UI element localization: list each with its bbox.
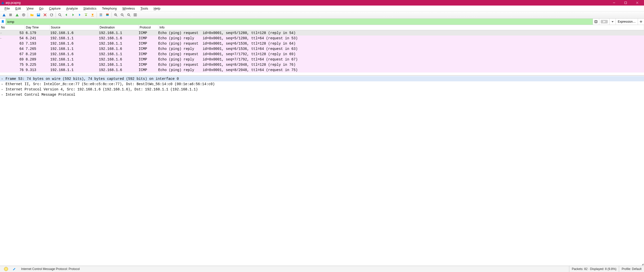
- svg-marker-18: [72, 14, 74, 16]
- svg-rect-29: [106, 15, 109, 16]
- table-row[interactable]: 698.289192.168.1.1192.168.1.6ICMPEcho (p…: [0, 57, 644, 62]
- close-file-button[interactable]: [42, 12, 48, 18]
- menubar: File Edit View Go Capture Analyze Statis…: [0, 6, 644, 11]
- detail-tree-item[interactable]: ▸Internet Protocol Version 4, Src: 192.1…: [0, 87, 644, 92]
- svg-rect-26: [100, 16, 102, 16]
- menu-capture[interactable]: Capture: [47, 6, 63, 11]
- svg-rect-2: [625, 2, 627, 4]
- menu-tools[interactable]: Tools: [138, 6, 150, 11]
- menu-edit[interactable]: Edit: [13, 6, 23, 11]
- zoom-out-button[interactable]: [119, 12, 125, 18]
- svg-marker-19: [79, 14, 80, 16]
- statusbar: Internet Control Message Protocol: Proto…: [0, 266, 644, 272]
- go-back-button[interactable]: [63, 12, 69, 18]
- clear-filter-button[interactable]: [593, 19, 599, 25]
- expert-circle-icon: [4, 267, 8, 271]
- table-row[interactable]: 637.193192.168.1.6192.168.1.1ICMPEcho (p…: [0, 41, 644, 46]
- display-filter-input[interactable]: [6, 19, 593, 25]
- column-header-info[interactable]: Info: [158, 25, 644, 30]
- svg-marker-20: [85, 14, 87, 16]
- svg-rect-42: [136, 14, 137, 16]
- svg-point-9: [23, 14, 24, 15]
- column-header-time[interactable]: Day Time: [25, 25, 50, 30]
- find-packet-button[interactable]: [57, 12, 63, 18]
- expand-twisty-icon[interactable]: ▸: [2, 93, 5, 96]
- expand-twisty-icon[interactable]: ▸: [2, 77, 5, 80]
- detail-tree-item[interactable]: ▸Ethernet II, Src: IntelCor_8c:ce:77 (5c…: [0, 81, 644, 87]
- column-header-protocol[interactable]: Protocol: [139, 25, 158, 30]
- svg-marker-22: [92, 14, 94, 16]
- recent-filters-dropdown[interactable]: [609, 19, 616, 25]
- svg-line-36: [123, 15, 124, 16]
- toolbar: 1: [0, 11, 644, 19]
- column-header-source[interactable]: Source: [50, 25, 99, 30]
- expert-info-button[interactable]: [0, 266, 12, 272]
- svg-rect-21: [85, 13, 87, 14]
- svg-marker-7: [16, 14, 19, 16]
- detail-tree-item[interactable]: ▸Internet Control Message Protocol: [0, 92, 644, 97]
- expression-button[interactable]: Expression…: [616, 19, 638, 25]
- save-file-button[interactable]: [35, 12, 42, 18]
- expand-twisty-icon[interactable]: ▸: [2, 88, 5, 91]
- table-row[interactable]: ←546.241192.168.1.1192.168.1.6ICMPEcho (…: [0, 36, 644, 41]
- menu-go[interactable]: Go: [36, 6, 46, 11]
- restart-capture-button[interactable]: [14, 12, 20, 18]
- app-icon: [1, 1, 5, 5]
- resize-grip-icon[interactable]: ◢: [642, 263, 643, 265]
- close-button[interactable]: [631, 0, 643, 6]
- table-row[interactable]: →536.179192.168.1.6192.168.1.1ICMPEcho (…: [0, 30, 644, 36]
- colorize-button[interactable]: [104, 12, 110, 18]
- svg-point-15: [59, 14, 61, 16]
- go-last-button[interactable]: [90, 12, 96, 18]
- svg-rect-24: [100, 14, 102, 14]
- menu-telephony[interactable]: Telephony: [99, 6, 119, 11]
- stop-capture-button[interactable]: [8, 12, 14, 18]
- status-packets[interactable]: Packets: 82 · Displayed: 8 (9.8%): [569, 266, 619, 272]
- packet-list-rows[interactable]: →536.179192.168.1.6192.168.1.1ICMPEcho (…: [0, 30, 644, 75]
- zoom-in-button[interactable]: [113, 12, 119, 18]
- packet-list-header[interactable]: No Day Time Source Destination Protocol …: [0, 25, 644, 30]
- add-filter-button[interactable]: [638, 19, 644, 25]
- status-profile[interactable]: Profile: Default: [619, 266, 644, 272]
- column-header-no[interactable]: No: [0, 25, 25, 30]
- capture-options-button[interactable]: [21, 12, 27, 18]
- svg-marker-0: [1, 2, 4, 4]
- apply-filter-button[interactable]: [599, 19, 609, 25]
- menu-view[interactable]: View: [24, 6, 36, 11]
- expand-twisty-icon[interactable]: ▸: [2, 83, 5, 86]
- titlebar: arp.pcapng: [0, 0, 644, 6]
- maximize-button[interactable]: [620, 0, 631, 6]
- status-hint: Internet Control Message Protocol: Proto…: [19, 266, 82, 272]
- filter-bookmark-button[interactable]: [0, 19, 6, 25]
- minimize-button[interactable]: [608, 0, 620, 6]
- reload-button[interactable]: [49, 12, 55, 18]
- go-to-packet-button[interactable]: [76, 12, 83, 18]
- table-row[interactable]: 678.210192.168.1.6192.168.1.1ICMPEcho (p…: [0, 51, 644, 57]
- svg-rect-28: [106, 14, 109, 15]
- detail-tree-item[interactable]: ▸Frame 53: 74 bytes on wire (592 bits), …: [0, 76, 644, 81]
- svg-marker-14: [52, 14, 53, 15]
- menu-file[interactable]: File: [2, 6, 12, 11]
- menu-analyze[interactable]: Analyze: [64, 6, 80, 11]
- packet-details-pane[interactable]: ▸Frame 53: 74 bytes on wire (592 bits), …: [0, 76, 644, 266]
- column-header-destination[interactable]: Destination: [99, 25, 139, 30]
- zoom-reset-button[interactable]: 1: [126, 12, 132, 18]
- table-row[interactable]: 647.265192.168.1.1192.168.1.6ICMPEcho (p…: [0, 46, 644, 51]
- table-row[interactable]: 769.313192.168.1.1192.168.1.6ICMPEcho (p…: [0, 67, 644, 73]
- go-forward-button[interactable]: [70, 12, 76, 18]
- open-file-button[interactable]: [29, 12, 35, 18]
- svg-rect-23: [91, 16, 94, 17]
- window-title: arp.pcapng: [6, 1, 21, 5]
- go-first-button[interactable]: [83, 12, 89, 18]
- menu-help[interactable]: Help: [151, 6, 163, 11]
- svg-rect-40: [134, 14, 135, 16]
- menu-wireless[interactable]: Wireless: [120, 6, 138, 11]
- resize-columns-button[interactable]: [132, 12, 138, 18]
- start-capture-button[interactable]: [1, 12, 7, 18]
- svg-line-33: [116, 15, 117, 16]
- autoscroll-button[interactable]: [98, 12, 104, 18]
- edit-capture-comment-button[interactable]: [12, 267, 17, 271]
- svg-marker-48: [612, 21, 614, 22]
- menu-statistics[interactable]: Statistics: [81, 6, 99, 11]
- table-row[interactable]: 759.225192.168.1.6192.168.1.1ICMPEcho (p…: [0, 62, 644, 67]
